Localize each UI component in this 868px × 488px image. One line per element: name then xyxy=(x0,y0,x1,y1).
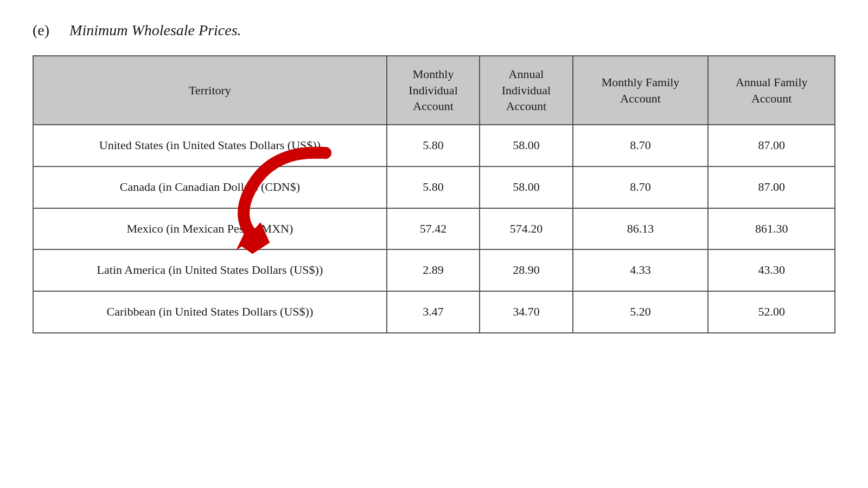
cell-annual-family: 87.00 xyxy=(708,125,835,166)
cell-annual-family: 43.30 xyxy=(708,249,835,291)
cell-annual-individual: 28.90 xyxy=(480,249,572,291)
header-annual-individual: AnnualIndividualAccount xyxy=(480,56,572,125)
cell-annual-family: 87.00 xyxy=(708,166,835,208)
table-header-row: Territory MonthlyIndividualAccount Annua… xyxy=(33,56,835,125)
cell-monthly-individual: 2.89 xyxy=(387,249,480,291)
table-row: Latin America (in United States Dollars … xyxy=(33,249,835,291)
section-heading: (e) Minimum Wholesale Prices. xyxy=(33,22,835,39)
cell-monthly-family: 8.70 xyxy=(573,166,709,208)
cell-monthly-individual: 3.47 xyxy=(387,291,480,333)
cell-monthly-family: 86.13 xyxy=(573,208,709,250)
cell-territory: Caribbean (in United States Dollars (US$… xyxy=(33,291,387,333)
table-row: Mexico (in Mexican Pesos (MXN)57.42574.2… xyxy=(33,208,835,250)
cell-annual-family: 52.00 xyxy=(708,291,835,333)
cell-monthly-family: 4.33 xyxy=(573,249,709,291)
table-row: United States (in United States Dollars … xyxy=(33,125,835,166)
cell-monthly-individual: 57.42 xyxy=(387,208,480,250)
cell-annual-family: 861.30 xyxy=(708,208,835,250)
cell-annual-individual: 58.00 xyxy=(480,166,572,208)
cell-territory: Mexico (in Mexican Pesos (MXN) xyxy=(33,208,387,250)
pricing-table: Territory MonthlyIndividualAccount Annua… xyxy=(33,55,835,333)
table-wrapper: Territory MonthlyIndividualAccount Annua… xyxy=(33,55,835,333)
table-row: Canada (in Canadian Dollars (CDN$)5.8058… xyxy=(33,166,835,208)
cell-annual-individual: 574.20 xyxy=(480,208,572,250)
cell-monthly-individual: 5.80 xyxy=(387,125,480,166)
section-label: (e) xyxy=(33,22,49,38)
header-monthly-individual: MonthlyIndividualAccount xyxy=(387,56,480,125)
header-annual-family: Annual FamilyAccount xyxy=(708,56,835,125)
cell-territory: Canada (in Canadian Dollars (CDN$) xyxy=(33,166,387,208)
header-territory: Territory xyxy=(33,56,387,125)
cell-annual-individual: 58.00 xyxy=(480,125,572,166)
header-monthly-family: Monthly FamilyAccount xyxy=(573,56,709,125)
table-row: Caribbean (in United States Dollars (US$… xyxy=(33,291,835,333)
cell-annual-individual: 34.70 xyxy=(480,291,572,333)
section-title: Minimum Wholesale Prices. xyxy=(69,22,241,38)
cell-monthly-family: 8.70 xyxy=(573,125,709,166)
cell-territory: Latin America (in United States Dollars … xyxy=(33,249,387,291)
cell-monthly-family: 5.20 xyxy=(573,291,709,333)
cell-monthly-individual: 5.80 xyxy=(387,166,480,208)
cell-territory: United States (in United States Dollars … xyxy=(33,125,387,166)
